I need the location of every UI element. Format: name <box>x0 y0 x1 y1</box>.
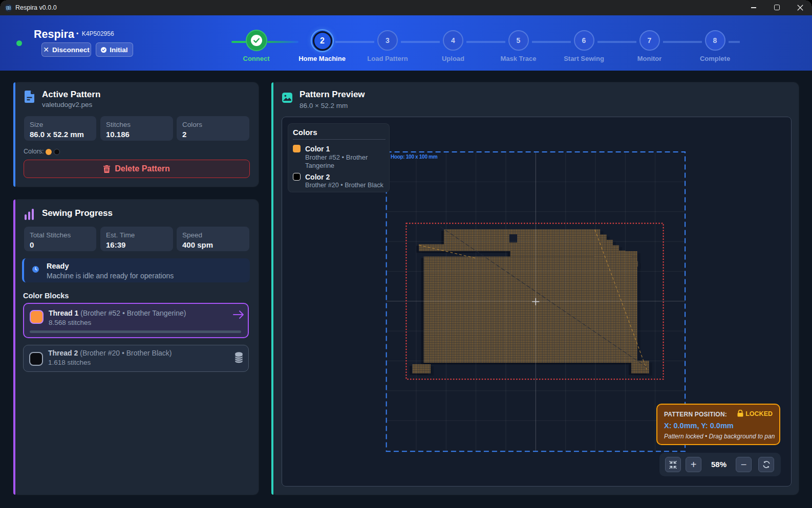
svg-text:Hoop: 100 x 100 mm: Hoop: 100 x 100 mm <box>391 154 438 160</box>
